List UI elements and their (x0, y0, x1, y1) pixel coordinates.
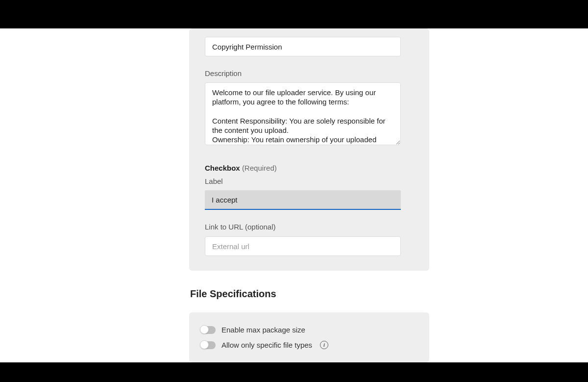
terms-card: Description Checkbox (Required) Label Li… (189, 28, 429, 271)
toggle-max-package-size[interactable] (201, 326, 216, 334)
description-textarea[interactable] (205, 82, 401, 145)
toggle-knob (200, 340, 209, 349)
description-label: Description (205, 69, 414, 77)
toggle-label-file-types: Allow only specific file types (221, 341, 312, 349)
checkbox-heading: Checkbox (Required) (205, 164, 414, 172)
info-icon[interactable]: i (320, 341, 328, 349)
link-url-label: Link to URL (optional) (205, 223, 414, 231)
main-panel: Description Checkbox (Required) Label Li… (189, 28, 429, 362)
title-input[interactable] (205, 37, 401, 56)
checkbox-label-input[interactable] (205, 190, 401, 210)
file-spec-heading: File Specifications (190, 288, 429, 300)
file-spec-section: File Specifications Enable max package s… (189, 288, 429, 362)
toggle-allow-file-types[interactable] (201, 341, 216, 349)
toggle-row-max-package: Enable max package size (201, 322, 417, 337)
toggle-row-file-types: Allow only specific file types i (201, 337, 417, 353)
page-frame: Description Checkbox (Required) Label Li… (0, 28, 588, 362)
file-spec-card: Enable max package size Allow only speci… (189, 312, 429, 362)
checkbox-heading-text: Checkbox (205, 164, 240, 172)
toggle-knob (200, 325, 209, 334)
checkbox-required-badge: (Required) (242, 164, 277, 172)
content-area: Description Checkbox (Required) Label Li… (9, 28, 588, 362)
label-field-label: Label (205, 177, 414, 185)
link-url-input[interactable] (205, 236, 401, 256)
toggle-label-max-package: Enable max package size (221, 326, 305, 334)
